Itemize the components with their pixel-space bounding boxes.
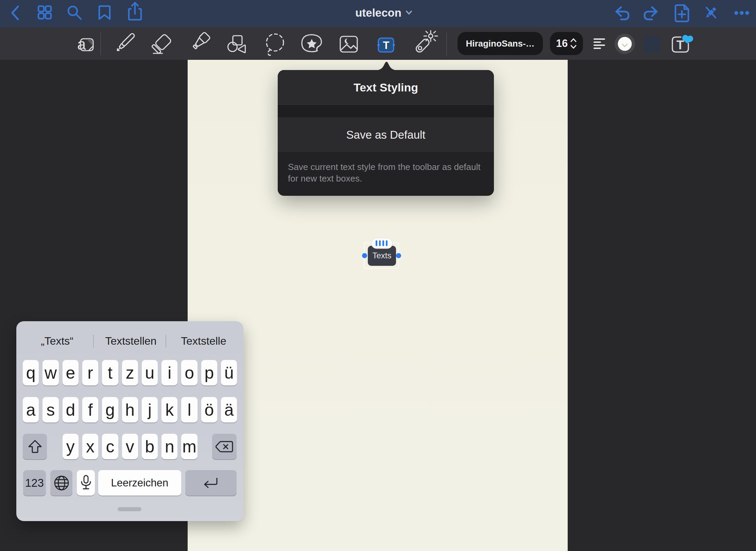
svg-text:T: T (676, 38, 684, 52)
svg-text:a: a (77, 35, 86, 53)
svg-text:Texts: Texts (372, 251, 391, 260)
svg-text:T: T (383, 39, 390, 51)
svg-text:utelecon: utelecon (355, 6, 401, 19)
